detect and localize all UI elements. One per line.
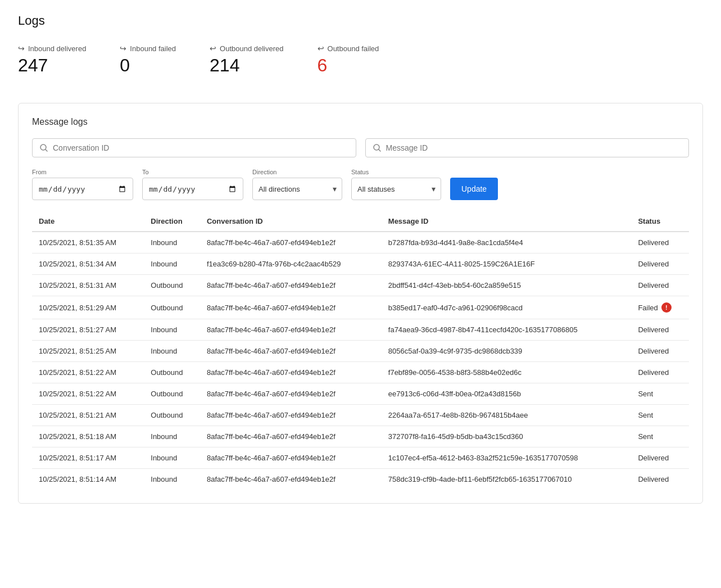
date-cell: 10/25/2021, 8:51:18 AM	[32, 426, 144, 447]
card-title: Message logs	[32, 117, 689, 127]
conv-id-cell: f1ea3c69-b280-47fa-976b-c4c2aac4b529	[200, 254, 382, 275]
table-row: 10/25/2021, 8:51:31 AMOutbound8afac7ff-b…	[32, 275, 689, 296]
stat-outbound-failed: ↩ Outbound failed 6	[318, 44, 379, 76]
status-cell: Delivered	[631, 275, 689, 296]
direction-cell: Inbound	[144, 469, 200, 490]
direction-cell: Inbound	[144, 447, 200, 469]
table-row: 10/25/2021, 8:51:18 AMInbound8afac7ff-be…	[32, 426, 689, 447]
direction-filter-group: Direction All directions Inbound Outboun…	[252, 169, 342, 200]
msg-id-cell: 2bdff541-d4cf-43eb-bb54-60c2a859e515	[382, 275, 632, 296]
from-date-input[interactable]	[32, 178, 133, 200]
status-cell: Delivered	[631, 362, 689, 383]
logs-page: Logs ↪ Inbound delivered 247 ↪ Inbound f…	[0, 0, 721, 517]
direction-cell: Outbound	[144, 296, 200, 319]
msg-id-cell: b7287fda-b93d-4d41-9a8e-8ac1cda5f4e4	[382, 232, 632, 254]
status-cell: Delivered	[631, 469, 689, 490]
status-cell: Sent	[631, 383, 689, 405]
th-message-id: Message ID	[382, 211, 632, 232]
conv-id-cell: 8afac7ff-be4c-46a7-a607-efd494eb1e2f	[200, 275, 382, 296]
message-search-box	[365, 138, 690, 157]
th-direction: Direction	[144, 211, 200, 232]
table-row: 10/25/2021, 8:51:25 AMInbound8afac7ff-be…	[32, 341, 689, 362]
conv-id-cell: 8afac7ff-be4c-46a7-a607-efd494eb1e2f	[200, 469, 382, 490]
direction-select[interactable]: All directions Inbound Outbound	[252, 178, 342, 200]
arrow-icon: ↪	[18, 44, 25, 53]
th-status: Status	[631, 211, 689, 232]
table-row: 10/25/2021, 8:51:29 AMOutbound8afac7ff-b…	[32, 296, 689, 319]
conversation-search-box	[32, 138, 356, 157]
date-cell: 10/25/2021, 8:51:34 AM	[32, 254, 144, 275]
date-cell: 10/25/2021, 8:51:17 AM	[32, 447, 144, 469]
msg-id-cell: b385ed17-eaf0-4d7c-a961-02906f98cacd	[382, 296, 632, 319]
th-date: Date	[32, 211, 144, 232]
arrow-icon: ↪	[120, 44, 126, 53]
to-filter-group: To	[142, 169, 243, 200]
msg-id-cell: 2264aa7a-6517-4e8b-826b-9674815b4aee	[382, 405, 632, 426]
stat-value: 6	[318, 55, 379, 76]
svg-line-1	[46, 150, 47, 151]
status-cell: Delivered	[631, 232, 689, 254]
date-cell: 10/25/2021, 8:51:22 AM	[32, 362, 144, 383]
status-select[interactable]: All statuses Delivered Failed Sent	[351, 178, 441, 200]
direction-cell: Outbound	[144, 362, 200, 383]
conv-id-cell: 8afac7ff-be4c-46a7-a607-efd494eb1e2f	[200, 362, 382, 383]
status-text: Failed	[638, 304, 657, 312]
filters-row: From To Direction All directions Inbound…	[32, 169, 689, 200]
conv-id-cell: 8afac7ff-be4c-46a7-a607-efd494eb1e2f	[200, 319, 382, 341]
update-button[interactable]: Update	[450, 178, 498, 200]
direction-cell: Inbound	[144, 341, 200, 362]
table-row: 10/25/2021, 8:51:22 AMOutbound8afac7ff-b…	[32, 383, 689, 405]
status-failed: Failed !	[638, 302, 682, 313]
date-cell: 10/25/2021, 8:51:22 AM	[32, 383, 144, 405]
status-cell: Sent	[631, 426, 689, 447]
status-cell: Delivered	[631, 254, 689, 275]
table-row: 10/25/2021, 8:51:27 AMInbound8afac7ff-be…	[32, 319, 689, 341]
th-conversation-id: Conversation ID	[200, 211, 382, 232]
date-cell: 10/25/2021, 8:51:21 AM	[32, 405, 144, 426]
table-row: 10/25/2021, 8:51:34 AMInboundf1ea3c69-b2…	[32, 254, 689, 275]
search-row	[32, 138, 689, 157]
date-cell: 10/25/2021, 8:51:25 AM	[32, 341, 144, 362]
table-row: 10/25/2021, 8:51:17 AMInbound8afac7ff-be…	[32, 447, 689, 469]
status-cell: Delivered	[631, 319, 689, 341]
conv-id-cell: 8afac7ff-be4c-46a7-a607-efd494eb1e2f	[200, 232, 382, 254]
stat-label: ↩ Outbound delivered	[210, 44, 283, 53]
conv-id-cell: 8afac7ff-be4c-46a7-a607-efd494eb1e2f	[200, 296, 382, 319]
from-filter-group: From	[32, 169, 133, 200]
msg-id-cell: 8056c5af-0a39-4c9f-9735-dc9868dcb339	[382, 341, 632, 362]
message-logs-card: Message logs From	[18, 103, 703, 504]
message-id-input[interactable]	[386, 143, 682, 152]
page-title: Logs	[18, 13, 703, 28]
message-logs-table: DateDirectionConversation IDMessage IDSt…	[32, 211, 689, 490]
status-cell: Failed !	[631, 296, 689, 319]
from-label: From	[32, 169, 133, 175]
stat-inbound-failed: ↪ Inbound failed 0	[120, 44, 176, 76]
arrow-icon: ↩	[318, 44, 324, 53]
direction-cell: Outbound	[144, 275, 200, 296]
table-body: 10/25/2021, 8:51:35 AMInbound8afac7ff-be…	[32, 232, 689, 490]
table-header: DateDirectionConversation IDMessage IDSt…	[32, 211, 689, 232]
to-date-input[interactable]	[142, 178, 243, 200]
table-row: 10/25/2021, 8:51:21 AMOutbound8afac7ff-b…	[32, 405, 689, 426]
date-cell: 10/25/2021, 8:51:29 AM	[32, 296, 144, 319]
svg-line-3	[379, 150, 380, 151]
stat-label: ↪ Inbound delivered	[18, 44, 86, 53]
conversation-id-input[interactable]	[53, 143, 349, 152]
stat-label: ↩ Outbound failed	[318, 44, 379, 53]
table-row: 10/25/2021, 8:51:14 AMInbound8afac7ff-be…	[32, 469, 689, 490]
status-label: Status	[351, 169, 441, 175]
stats-row: ↪ Inbound delivered 247 ↪ Inbound failed…	[18, 44, 703, 85]
date-cell: 10/25/2021, 8:51:27 AM	[32, 319, 144, 341]
error-icon: !	[661, 302, 672, 313]
search-icon	[39, 143, 48, 152]
direction-label: Direction	[252, 169, 342, 175]
direction-cell: Inbound	[144, 254, 200, 275]
status-cell: Delivered	[631, 447, 689, 469]
msg-id-cell: ee7913c6-c06d-43ff-b0ea-0f2a43d8156b	[382, 383, 632, 405]
msg-id-cell: 372707f8-fa16-45d9-b5db-ba43c15cd360	[382, 426, 632, 447]
direction-cell: Outbound	[144, 383, 200, 405]
date-cell: 10/25/2021, 8:51:14 AM	[32, 469, 144, 490]
stat-value: 247	[18, 55, 86, 76]
msg-id-cell: f7ebf89e-0056-4538-b8f3-588b4e02ed6c	[382, 362, 632, 383]
conv-id-cell: 8afac7ff-be4c-46a7-a607-efd494eb1e2f	[200, 341, 382, 362]
